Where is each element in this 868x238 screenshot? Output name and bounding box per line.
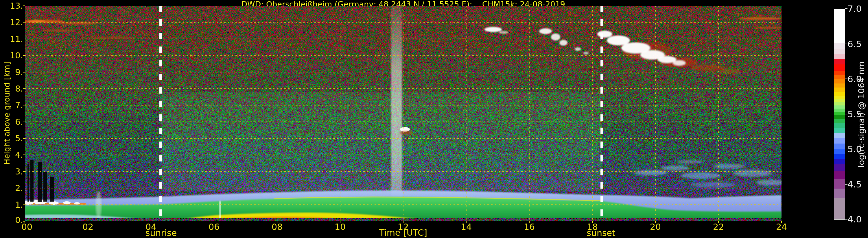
ticky-mark <box>23 171 25 172</box>
ticky-mark <box>23 221 25 222</box>
tickx-mark <box>529 221 530 223</box>
cb-tick-6-5: 6.5 <box>847 39 868 48</box>
tickx-mark <box>277 221 277 223</box>
tickcb-mark <box>845 44 847 44</box>
colorbar-gradient <box>834 9 845 220</box>
plot-area <box>25 6 781 221</box>
y-tick-12: 12. <box>5 18 23 27</box>
ticky-mark <box>23 22 25 23</box>
x-tick-08: 08 <box>267 223 287 232</box>
x-tick-20: 20 <box>645 223 665 232</box>
ticky-mark <box>23 105 25 105</box>
x-tick-02: 02 <box>78 223 98 232</box>
tickx-mark <box>25 221 25 223</box>
tickcb-mark <box>845 8 847 9</box>
tickx-mark <box>403 221 403 223</box>
tickx-mark <box>781 221 782 223</box>
ticky-mark <box>23 39 25 39</box>
thin-white-column <box>219 201 221 220</box>
tickcb-mark <box>845 149 847 149</box>
y-tick-4: 4. <box>5 150 23 159</box>
x-axis-title: Time [UTC] <box>374 228 432 237</box>
cb-tick-5-0: 5.0 <box>847 144 868 154</box>
ticky-mark <box>23 89 25 89</box>
x-tick-06: 06 <box>204 223 224 232</box>
ticky-mark <box>23 122 25 122</box>
tickx-mark <box>466 221 467 223</box>
tickcb-mark <box>845 184 847 184</box>
tickx-mark <box>88 221 88 223</box>
tickx-mark <box>592 221 593 223</box>
cb-tick-6-0: 6.0 <box>847 74 868 83</box>
y-tick-1: 1. <box>5 200 23 209</box>
ceilometer-quicklook-figure: DWD: Oberschleißheim (Germany; 48.2443 N… <box>0 0 868 238</box>
ticky-mark <box>23 155 25 155</box>
cb-tick-7-0: 7.0 <box>847 4 868 13</box>
sunrise-label: sunrise <box>138 229 184 238</box>
y-tick-6: 6. <box>5 117 23 126</box>
y-tick-8: 8. <box>5 84 23 93</box>
cb-tick-4-5: 4.5 <box>847 180 868 189</box>
y-tick-3: 3. <box>5 167 23 176</box>
tickx-mark <box>214 221 214 223</box>
y-tick-9: 9. <box>5 68 23 76</box>
tickcb-mark <box>845 219 847 219</box>
tickx-mark <box>340 221 340 223</box>
fog-column <box>96 191 101 219</box>
y-tick-10: 10. <box>5 51 23 60</box>
ticky-mark <box>23 72 25 72</box>
y-tick-5: 5. <box>5 134 23 143</box>
tickx-mark <box>151 221 151 223</box>
y-tick-13: 13. <box>5 1 23 10</box>
tickcb-mark <box>845 114 847 114</box>
x-tick-14: 14 <box>456 223 476 232</box>
cb-tick-4-0: 4.0 <box>847 215 868 224</box>
x-tick-00: 00 <box>17 223 37 232</box>
ticky-mark <box>23 5 25 6</box>
tickx-mark <box>718 221 719 223</box>
y-tick-11: 11. <box>5 35 23 43</box>
tickcb-mark <box>845 78 847 79</box>
y-tick-7: 7. <box>5 101 23 109</box>
tickx-mark <box>655 221 656 223</box>
ticky-mark <box>23 55 25 56</box>
ticky-mark <box>23 204 25 205</box>
x-tick-10: 10 <box>330 223 350 232</box>
ticky-mark <box>23 188 25 188</box>
ticky-mark <box>23 138 25 139</box>
sunset-label: sunset <box>578 229 624 238</box>
y-tick-2: 2. <box>5 184 23 192</box>
x-tick-16: 16 <box>519 223 539 232</box>
cb-tick-5-5: 5.5 <box>847 109 868 119</box>
x-tick-22: 22 <box>708 223 728 232</box>
x-tick-24: 24 <box>771 223 792 232</box>
